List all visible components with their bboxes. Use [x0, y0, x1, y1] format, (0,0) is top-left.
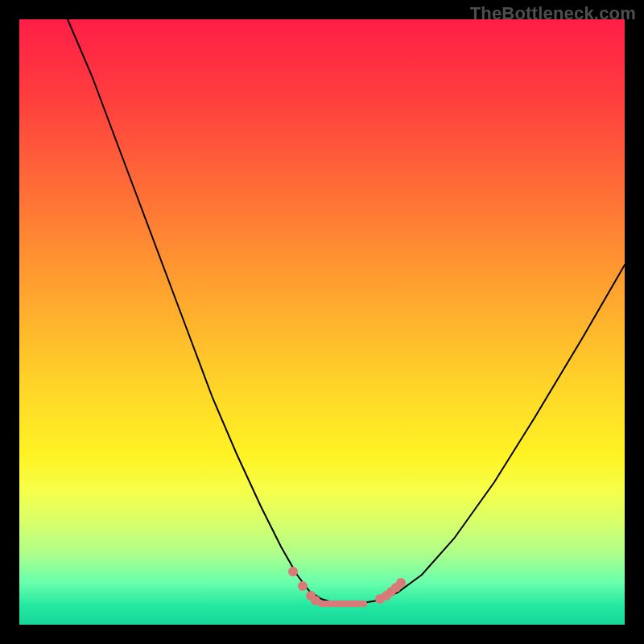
highlight-marker — [396, 578, 406, 588]
highlight-markers — [288, 567, 406, 605]
watermark-text: TheBottleneck.com — [470, 3, 636, 24]
highlight-marker — [298, 581, 308, 591]
highlight-marker — [311, 596, 320, 605]
chart-svg — [19, 19, 625, 625]
chart-frame: TheBottleneck.com — [0, 0, 644, 644]
bottleneck-curve — [68, 19, 625, 604]
plot-area — [19, 19, 625, 625]
highlight-marker — [288, 567, 298, 576]
